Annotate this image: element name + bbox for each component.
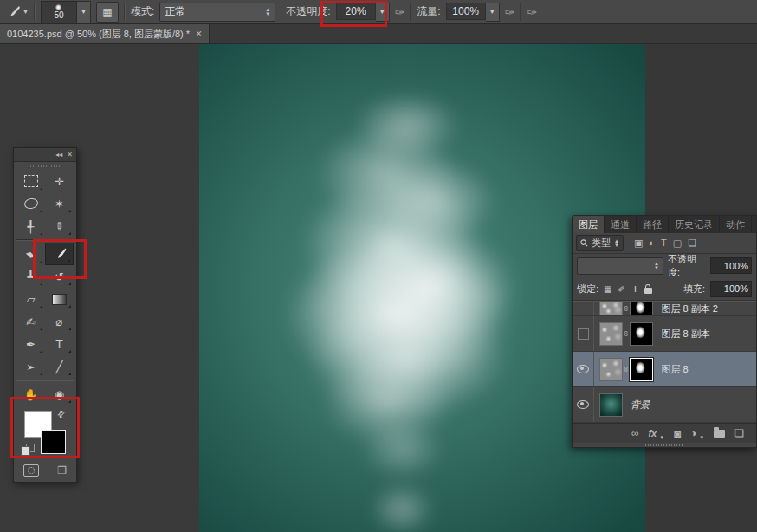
tools-panel-titlebar[interactable]: ◂◂ ✕ <box>14 148 76 162</box>
pressure-size-icon[interactable]: ✑ <box>527 5 537 19</box>
tool-preset-picker[interactable]: ▼ <box>5 5 29 19</box>
fill-value[interactable]: 100% <box>710 281 752 297</box>
background-thumbnail[interactable] <box>599 393 623 417</box>
link-mask-icon: ∞ <box>622 306 631 311</box>
mask-thumbnail[interactable] <box>630 302 653 315</box>
layer-name[interactable]: 图层 8 副本 2 <box>661 302 717 315</box>
visibility-cell[interactable] <box>573 352 594 386</box>
tab-layers[interactable]: 图层 <box>573 216 605 233</box>
magic-wand-tool[interactable]: ✶ <box>45 192 74 215</box>
brush-size-value: 50 <box>54 11 63 20</box>
path-selection-tool[interactable]: ➢ <box>16 355 45 378</box>
adjustment-layer-icon[interactable]: ◑ <box>690 427 696 439</box>
filter-pixel-layers-icon[interactable]: ▣ <box>634 237 643 249</box>
visibility-cell[interactable] <box>573 302 594 315</box>
visibility-checkbox-icon[interactable] <box>578 328 589 340</box>
pressure-opacity-icon[interactable]: ✑ <box>395 5 405 19</box>
quick-mask-mode-button[interactable] <box>23 464 39 477</box>
close-panel-icon[interactable]: ✕ <box>67 151 73 159</box>
layer-opacity-value[interactable]: 100% <box>710 257 752 274</box>
mask-thumbnail[interactable] <box>630 322 653 346</box>
layer-name[interactable]: 图层 8 副本 <box>661 328 709 341</box>
tab-channels[interactable]: 通道 <box>605 216 637 233</box>
filter-smart-objects-icon[interactable]: ❏ <box>688 237 696 249</box>
layer-row-background[interactable]: 背景 <box>573 387 756 423</box>
filter-type-select[interactable]: 类型 ▲▼ <box>576 235 624 251</box>
clone-stamp-icon: ┻ <box>28 270 35 283</box>
layer-row-selected[interactable]: ∞ 图层 8 <box>573 352 756 387</box>
crop-tool[interactable]: ╃ <box>16 215 45 237</box>
add-layer-mask-icon[interactable]: ◙ <box>674 427 681 440</box>
screen-mode-button[interactable]: ❐ <box>57 464 67 477</box>
filter-adjustment-layers-icon[interactable]: ◐ <box>649 237 655 249</box>
layer-row[interactable]: ∞ 图层 8 副本 2 <box>573 302 756 316</box>
layer-blend-mode-select[interactable]: ▲▼ <box>577 257 663 275</box>
panel-resize-grip[interactable] <box>573 443 756 447</box>
separator <box>410 3 411 21</box>
smudge-tool[interactable]: ✍ <box>16 310 45 333</box>
opacity-value[interactable]: 20% <box>336 3 376 20</box>
visibility-cell[interactable] <box>573 316 594 351</box>
brush-size-picker[interactable]: 50 ▼ <box>41 1 91 23</box>
pen-tool[interactable]: ✒ <box>16 333 45 355</box>
toggle-brush-panel-button[interactable]: ▦ <box>96 2 119 23</box>
lock-all-icon[interactable] <box>644 288 652 294</box>
flow-value[interactable]: 100% <box>446 3 486 20</box>
layer-style-icon[interactable]: fx <box>648 428 657 438</box>
lock-pixels-icon[interactable]: ✐ <box>618 284 625 294</box>
blend-mode-select[interactable]: 正常 ▲▼ <box>159 3 275 22</box>
document-title: 0104235.psd @ 50% (图层 8, 图层蒙版/8) * <box>7 28 190 41</box>
layer-thumbnail[interactable] <box>599 358 623 381</box>
brush-tool[interactable] <box>45 243 74 265</box>
lock-position-icon[interactable]: ✛ <box>631 284 638 294</box>
layer-thumbnail[interactable] <box>599 322 623 346</box>
link-layers-icon[interactable]: ∞ <box>631 427 639 439</box>
gradient-tool[interactable] <box>45 288 74 310</box>
layer-thumbnail[interactable] <box>599 302 623 315</box>
collapse-panel-icon[interactable]: ◂◂ <box>55 151 62 159</box>
new-group-icon[interactable] <box>714 430 725 438</box>
history-brush-tool[interactable]: ↺ <box>45 265 74 288</box>
eraser-tool[interactable]: ▱ <box>16 288 45 310</box>
divider <box>16 239 74 241</box>
opacity-dropdown-arrow[interactable]: ▼ <box>376 3 390 22</box>
lock-transparency-icon[interactable]: ▦ <box>604 284 611 294</box>
swap-colors-icon[interactable]: ⇄ <box>55 408 67 420</box>
flow-control[interactable]: 100% ▼ <box>446 3 500 22</box>
clone-stamp-tool[interactable]: ┻ <box>16 265 45 288</box>
flow-dropdown-arrow[interactable]: ▼ <box>486 3 500 22</box>
filter-shape-layers-icon[interactable]: ▢ <box>673 237 682 249</box>
document-tab[interactable]: 0104235.psd @ 50% (图层 8, 图层蒙版/8) * × <box>0 24 210 43</box>
line-tool[interactable]: ╱ <box>45 355 74 378</box>
layer-row[interactable]: ∞ 图层 8 副本 <box>573 316 756 352</box>
move-tool[interactable]: ✛ <box>45 170 74 192</box>
rectangular-marquee-tool[interactable] <box>16 170 45 192</box>
panel-grip[interactable] <box>14 162 76 170</box>
eyedropper-tool[interactable]: ✎ <box>45 215 74 237</box>
filter-type-layers-icon[interactable]: T <box>661 237 667 249</box>
tab-history[interactable]: 历史记录 <box>669 216 720 233</box>
eye-icon[interactable] <box>577 365 589 373</box>
zoom-tool[interactable]: ◉ <box>45 383 74 405</box>
mask-thumbnail-selected[interactable] <box>630 358 653 381</box>
type-tool[interactable]: T <box>45 333 74 355</box>
new-layer-icon[interactable]: ❏ <box>734 427 744 439</box>
brush-size-dropdown-arrow[interactable]: ▼ <box>77 1 91 23</box>
magic-wand-icon: ✶ <box>55 198 64 211</box>
airbrush-icon[interactable]: ✑ <box>505 5 515 19</box>
lasso-tool[interactable] <box>16 192 45 215</box>
opacity-control[interactable]: 20% ▼ <box>336 3 390 22</box>
visibility-cell[interactable] <box>573 387 594 422</box>
layer-name[interactable]: 背景 <box>631 399 650 412</box>
dodge-tool[interactable]: ⌀ <box>45 310 74 333</box>
eye-icon[interactable] <box>577 400 589 409</box>
healing-brush-tool[interactable]: ▰ <box>16 243 45 265</box>
default-colors-icon[interactable] <box>21 444 35 456</box>
tool-grid-bottom: ✋ ◉ <box>14 383 76 405</box>
hand-tool[interactable]: ✋ <box>16 383 45 405</box>
close-tab-icon[interactable]: × <box>196 28 202 40</box>
tab-paths[interactable]: 路径 <box>637 216 669 233</box>
layer-name[interactable]: 图层 8 <box>661 363 688 376</box>
background-color-swatch[interactable] <box>41 430 66 454</box>
tab-actions[interactable]: 动作 <box>720 216 752 233</box>
